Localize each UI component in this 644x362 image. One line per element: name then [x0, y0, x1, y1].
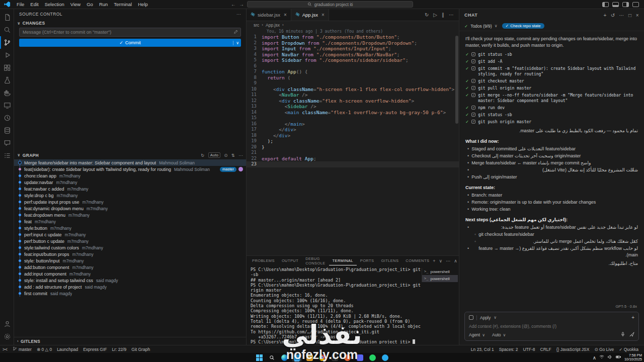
terminal-taskbar-icon[interactable]: >_	[330, 353, 340, 361]
panel-more-icon[interactable]: ⋯	[446, 258, 450, 263]
status-cursor-position[interactable]: Ln 23, Col 1	[468, 345, 497, 353]
todo-item[interactable]: ✓git add -A	[465, 58, 638, 65]
file-explorer-taskbar-icon[interactable]	[304, 353, 314, 361]
todos-row[interactable]: ✓ Todos (9/9) ∨ ✓ Check repo state	[459, 21, 644, 31]
menu-view[interactable]: View	[67, 0, 84, 9]
start-button[interactable]	[254, 353, 264, 361]
commit-dropdown-icon[interactable]: ∨	[233, 41, 239, 45]
terminal-output[interactable]: PS C:\Users\mahmo\Desktop\Graduation-P\g…	[251, 267, 421, 344]
editor-scrollbar[interactable]	[455, 36, 458, 124]
gitlens-icon[interactable]	[0, 112, 14, 124]
todo-item[interactable]: ✓git checkout master	[465, 77, 638, 84]
database-icon[interactable]	[0, 124, 14, 137]
close-icon[interactable]: ×	[284, 12, 287, 18]
terminal-instance[interactable]: >_powershell	[422, 275, 458, 282]
status-git-graph[interactable]: Git Graph	[129, 345, 152, 353]
run-debug-icon[interactable]	[0, 49, 14, 61]
commit-row[interactable]: perf:update input props usem7mdhany	[14, 199, 246, 205]
branch-badge[interactable]: master	[220, 167, 236, 172]
timeline-icon[interactable]: ↻	[425, 12, 429, 18]
commit-row[interactable]: perf:input c updatem7mdhany	[14, 231, 246, 238]
code-editor[interactable]: You, 16 minutes ago | 3 authors (You and…	[247, 29, 459, 255]
discord-taskbar-icon[interactable]	[355, 353, 365, 361]
account-icon[interactable]	[0, 318, 14, 330]
telegram-taskbar-icon[interactable]	[380, 353, 390, 361]
commit-row[interactable]: add:button componentm7mdhany	[14, 264, 246, 270]
chat-history-icon[interactable]: ↺	[611, 13, 615, 18]
edge-taskbar-icon[interactable]	[279, 353, 289, 361]
terminal-dropdown-icon[interactable]: ∨	[439, 258, 443, 263]
panel-tab-output[interactable]: OUTPUT	[278, 256, 302, 265]
status-remote[interactable]: ><	[0, 345, 10, 353]
toggle-sidebar-icon[interactable]	[602, 2, 609, 7]
menu-edit[interactable]: Edit	[27, 0, 41, 9]
todo-item[interactable]: ✓git merge --no-ff feature/sidebar -m "M…	[465, 92, 638, 104]
commit-row[interactable]: first commitsaid magdy	[14, 290, 246, 297]
commit-row[interactable]: add:input componentm7mdhany	[14, 270, 246, 277]
explorer-icon[interactable]	[0, 11, 14, 24]
extensions-icon[interactable]	[0, 61, 14, 74]
add-context-icon[interactable]: +	[631, 315, 634, 320]
commit-row[interactable]: feat:dropdown menum7mdhany	[14, 212, 246, 218]
status-launchpad[interactable]: Launchpad	[54, 345, 80, 353]
clock[interactable]: 7:58 PM 10/10/2025	[624, 353, 642, 361]
status-go-live[interactable]: ⊙ Go Live	[592, 345, 616, 353]
panel-tab-ports[interactable]: PORTS	[357, 256, 378, 265]
commit-row[interactable]: Merge feature/sidebar into master: Sideb…	[14, 159, 246, 166]
commit-button[interactable]: ✓ Commit ∨	[19, 39, 241, 47]
send-icon[interactable]	[629, 332, 634, 338]
generate-commit-message-icon[interactable]	[233, 30, 238, 35]
taskbar-search[interactable]	[267, 353, 277, 361]
more-actions-icon[interactable]: ⋯	[236, 12, 241, 17]
menu-terminal[interactable]: Terminal	[111, 0, 135, 9]
close-chat-icon[interactable]: ×	[636, 13, 639, 18]
commit-row[interactable]: chore:clean appm7mdhany	[14, 172, 246, 179]
todo-item[interactable]: ✓git commit -m "feat(sidebar): create Si…	[465, 65, 638, 77]
menu-selection[interactable]: Selection	[42, 0, 67, 9]
search-icon[interactable]	[0, 24, 14, 36]
status-branch[interactable]: master	[10, 345, 34, 353]
run-icon[interactable]: ▷	[433, 12, 437, 18]
panel-tab-terminal[interactable]: TERMINAL	[329, 256, 357, 265]
commit-row[interactable]: style:tailwind custom colorsm7mdhany	[14, 244, 246, 251]
commit-row[interactable]: feat(sidebar): create Sidebar layout wit…	[14, 166, 246, 172]
live-share-icon[interactable]	[0, 137, 14, 149]
menu-go[interactable]: Go	[84, 0, 96, 9]
mic-icon[interactable]	[620, 332, 625, 338]
commit-row[interactable]: add : add structure of projectsaid magdy	[14, 284, 246, 290]
commit-message-input[interactable]	[19, 28, 241, 37]
toggle-panel-icon[interactable]	[612, 2, 619, 7]
chrome-taskbar-icon[interactable]	[317, 353, 327, 361]
status-eol[interactable]: CRLF	[538, 345, 554, 353]
status-language-mode[interactable]: {} JavaScript JSX	[554, 345, 592, 353]
testing-icon[interactable]	[0, 74, 14, 86]
system-tray[interactable]: ∧ 7:58 PM 10/10/2025	[593, 353, 642, 362]
status-quokka[interactable]: ✓ Quokka	[616, 345, 641, 353]
apply-button[interactable]: Apply	[480, 315, 491, 320]
customize-layout-icon[interactable]	[632, 2, 639, 7]
status-indentation[interactable]: Spaces: 2	[497, 345, 521, 353]
breadcrumb-item[interactable]: App.jsx	[266, 23, 280, 28]
back-icon[interactable]: ←	[231, 2, 236, 7]
todo-item[interactable]: ✓git status -sb	[465, 111, 638, 118]
graph-target-icon[interactable]: ⊙	[224, 153, 227, 158]
commit-row[interactable]: style: install and setup tailwind csssai…	[14, 277, 246, 284]
wifi-icon[interactable]	[599, 354, 604, 360]
panel-tab-gitlens[interactable]: GITLENS	[377, 256, 402, 265]
status-express-gif[interactable]: Express GIF	[80, 345, 109, 353]
menu-help[interactable]: Help	[135, 0, 151, 9]
commit-row[interactable]: feat:navbar c addedm7mdhany	[14, 186, 246, 192]
breadcrumb[interactable]: src›App.jsx›	[247, 21, 459, 29]
open-in-editor-icon[interactable]: □	[628, 13, 632, 18]
status-line-ratio[interactable]: Lr: 22/9	[109, 345, 129, 353]
settings-icon[interactable]	[0, 330, 14, 343]
menu-run[interactable]: Run	[96, 0, 111, 9]
graph-sort-icon[interactable]: ⇅	[231, 153, 235, 158]
command-center-search[interactable]: graduation project iti	[247, 1, 413, 8]
todo-item[interactable]: ✓git push origin master	[465, 118, 638, 125]
todo-item[interactable]: ✓git pull origin master	[465, 84, 638, 92]
graph-more-icon[interactable]: ⋯	[238, 153, 243, 158]
source-control-icon[interactable]	[0, 36, 14, 49]
commit-row[interactable]: style:buttonm7mdhany	[14, 225, 246, 231]
docker-icon[interactable]	[0, 86, 14, 99]
